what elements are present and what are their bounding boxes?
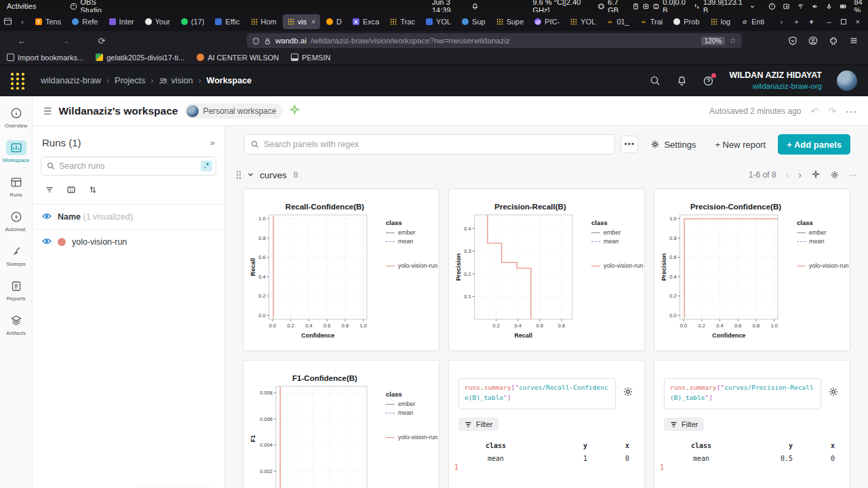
- activities-button[interactable]: Activities: [7, 2, 36, 10]
- section-next-icon[interactable]: ›: [798, 169, 802, 180]
- browser-tab[interactable]: ∞01_: [601, 14, 633, 29]
- legend-run-entry[interactable]: yolo-vision-run: [386, 434, 438, 441]
- eye-icon[interactable]: [42, 212, 52, 222]
- magic-wand-icon[interactable]: [811, 170, 821, 180]
- legend-run-entry[interactable]: yolo-vision-run: [386, 262, 438, 269]
- new-report-button[interactable]: + New report: [708, 135, 772, 154]
- sidebar-item-runs[interactable]: Runs: [1, 175, 32, 198]
- help-icon[interactable]: [703, 75, 714, 87]
- undo-icon[interactable]: ↶: [811, 106, 819, 117]
- sparkle-icon[interactable]: [290, 104, 300, 117]
- bookmark-star-icon[interactable]: ☆: [729, 36, 736, 45]
- browser-tab[interactable]: Sup: [457, 14, 490, 29]
- account-icon[interactable]: [808, 36, 818, 45]
- browser-tab[interactable]: Hom: [246, 14, 281, 29]
- extensions-icon[interactable]: [829, 36, 838, 45]
- eye-icon[interactable]: [42, 237, 52, 247]
- menu-icon[interactable]: [849, 36, 859, 45]
- chart-panel[interactable]: F1-Confidence(B)0.00.20.40.60.81.00.0020…: [243, 360, 439, 488]
- column-header[interactable]: y: [738, 442, 793, 449]
- browser-tab[interactable]: Refe: [67, 14, 102, 29]
- restore-button[interactable]: [841, 19, 846, 24]
- browser-tab[interactable]: YOL: [421, 14, 456, 29]
- drag-handle[interactable]: [236, 170, 241, 180]
- section-prev-icon[interactable]: ‹: [786, 169, 789, 180]
- reload-button[interactable]: ⟳: [92, 36, 111, 46]
- bookmark-item[interactable]: Import bookmarks...: [7, 54, 83, 62]
- page-zoom-badge[interactable]: 120%: [701, 37, 726, 45]
- add-panels-button[interactable]: + Add panels: [778, 134, 850, 155]
- table-panel[interactable]: runs.summary["curves/Recall-Confidence(B…: [448, 360, 645, 488]
- browser-tab[interactable]: YOL: [566, 14, 600, 29]
- section-name[interactable]: curves: [260, 170, 287, 180]
- list-tabs-icon[interactable]: ▾: [804, 18, 818, 26]
- browser-tab[interactable]: Your: [140, 14, 175, 29]
- browser-tab[interactable]: Trac: [385, 14, 420, 29]
- back-button[interactable]: ←: [12, 36, 31, 46]
- scroll-tabs-left-icon[interactable]: ‹: [15, 18, 30, 26]
- columns-icon[interactable]: [64, 182, 79, 197]
- section-overflow-menu[interactable]: ···: [849, 170, 857, 180]
- privacy-shield-icon[interactable]: [788, 36, 797, 45]
- browser-tab[interactable]: ØEnti: [736, 14, 769, 29]
- table-row[interactable]: mean0.50: [664, 452, 840, 465]
- runs-search-box[interactable]: .*: [41, 157, 216, 176]
- browser-tab[interactable]: Prob: [669, 14, 704, 29]
- workspace-overflow-menu[interactable]: ···: [846, 106, 857, 117]
- browser-tab[interactable]: TTens: [31, 14, 66, 29]
- panel-search-box[interactable]: [244, 134, 615, 155]
- sort-icon[interactable]: [85, 182, 100, 197]
- column-header[interactable]: x: [587, 442, 629, 449]
- filter-runs-icon[interactable]: [42, 182, 57, 197]
- workspace-menu-icon[interactable]: ☰: [43, 106, 52, 117]
- wandb-logo[interactable]: [9, 72, 26, 89]
- minimize-button[interactable]: –: [827, 18, 831, 26]
- chart-panel[interactable]: Precision-Recall(B)0.20.40.60.80.10.20.3…: [448, 188, 645, 351]
- user-info[interactable]: WILDAN AZIZ HIDAYAT wildanaziz-braw-org: [729, 70, 822, 91]
- panel-gear-icon[interactable]: [828, 386, 839, 400]
- run-list-item[interactable]: yolo-vision-run: [33, 230, 224, 254]
- legend-run-entry[interactable]: yolo-vision-run: [797, 262, 849, 269]
- avatar[interactable]: [837, 70, 857, 91]
- sidebar-item-overview[interactable]: Overview: [1, 106, 32, 129]
- url-bar[interactable]: wandb.ai/wildanaziz-braw/vision/workspac…: [247, 33, 742, 48]
- browser-tab[interactable]: Inter: [104, 14, 139, 29]
- scroll-tabs-right-icon[interactable]: ›: [774, 18, 789, 26]
- tray-caret-icon[interactable]: [749, 2, 756, 10]
- panel-query-expression[interactable]: runs.summary["curves/Precision-Recall(B)…: [664, 378, 821, 409]
- browser-tab-active[interactable]: vis×: [283, 14, 320, 29]
- runs-search-input[interactable]: [59, 161, 197, 171]
- sidebar-item-reports[interactable]: Reports: [1, 279, 32, 302]
- workspace-badge[interactable]: Personal workspace: [184, 104, 283, 119]
- browser-tab[interactable]: Supe: [492, 14, 529, 29]
- table-row[interactable]: mean10: [458, 452, 635, 465]
- firefox-view-icon[interactable]: [0, 17, 15, 27]
- forward-button[interactable]: →: [56, 36, 75, 46]
- section-collapse-icon[interactable]: [247, 169, 254, 181]
- breadcrumb-item[interactable]: Projects: [115, 76, 145, 85]
- browser-tab[interactable]: (17): [176, 14, 210, 29]
- browser-tab[interactable]: XExca: [348, 14, 384, 29]
- panel-query-expression[interactable]: runs.summary["curves/Recall-Confidence(B…: [458, 378, 616, 409]
- runs-name-header[interactable]: Name (1 visualized): [33, 205, 224, 230]
- column-header[interactable]: class: [664, 442, 738, 449]
- breadcrumb-item[interactable]: Workspace: [207, 76, 252, 85]
- browser-tab[interactable]: Effic: [210, 14, 244, 29]
- browser-tab[interactable]: log: [706, 14, 736, 29]
- settings-button[interactable]: Settings: [644, 135, 703, 154]
- sidebar-item-artifacts[interactable]: Artifacts: [1, 313, 32, 336]
- panel-gear-icon[interactable]: [623, 386, 633, 400]
- browser-tab[interactable]: D: [321, 14, 347, 29]
- sidebar-item-automat[interactable]: Automat.: [1, 209, 32, 232]
- regex-toggle[interactable]: .*: [201, 161, 212, 171]
- table-page-number[interactable]: 1: [454, 464, 458, 471]
- redo-icon[interactable]: ↷: [828, 106, 836, 117]
- collapse-runs-icon[interactable]: »: [210, 138, 215, 148]
- breadcrumb-item[interactable]: wildanaziz-braw: [41, 76, 101, 85]
- close-tab-icon[interactable]: ×: [311, 18, 315, 26]
- bookmark-item[interactable]: gelatik2025-divisi17-ti...: [96, 54, 184, 62]
- notifications-bell-icon[interactable]: [676, 75, 688, 87]
- column-header[interactable]: y: [533, 442, 587, 449]
- filter-button[interactable]: Filter: [458, 418, 498, 431]
- toolbar-overflow-button[interactable]: •••: [620, 136, 638, 153]
